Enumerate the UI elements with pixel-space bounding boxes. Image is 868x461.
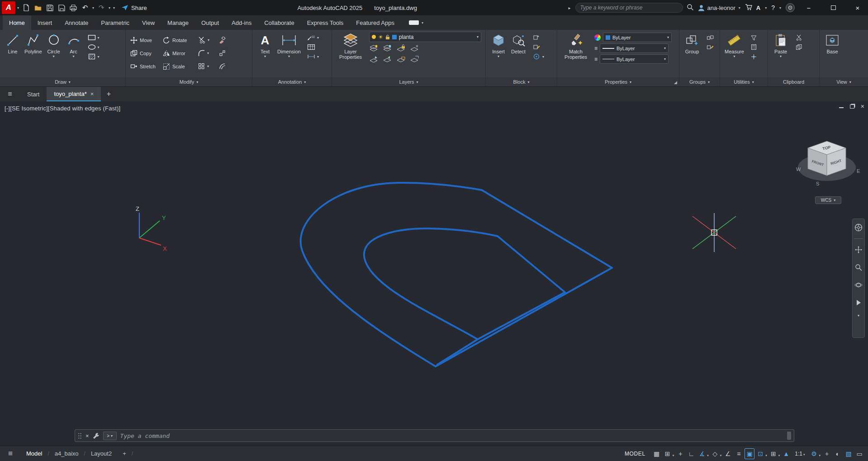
polar-caret-icon[interactable]: ▾: [707, 454, 709, 457]
snap-caret-icon[interactable]: ▾: [673, 454, 674, 457]
status-menu-icon[interactable]: ≡: [0, 449, 21, 458]
workspace-caret-icon[interactable]: ▾: [819, 454, 821, 457]
mirror-button[interactable]: Mirror: [163, 50, 198, 57]
isolate-objects-icon[interactable]: ◐: [833, 448, 843, 459]
cut-button[interactable]: [794, 33, 803, 42]
new-drawing-tab-button[interactable]: +: [101, 87, 116, 101]
compass-east-label[interactable]: E: [857, 168, 860, 174]
move-button[interactable]: Move: [130, 37, 163, 44]
clean-screen-icon[interactable]: ▭: [854, 448, 864, 459]
ungroup-button[interactable]: [706, 33, 715, 42]
quick-calc-button[interactable]: [749, 43, 759, 51]
panel-label-draw[interactable]: Draw ▾: [0, 77, 125, 86]
id-point-button[interactable]: [749, 52, 759, 61]
measure-button[interactable]: Measure ▾: [723, 32, 746, 58]
lineweight-dropdown[interactable]: ByLayer ▾: [600, 43, 669, 53]
copy-button[interactable]: Copy: [130, 50, 163, 57]
drawing-connector-line[interactable]: [437, 339, 478, 365]
dimension-style-button[interactable]: ▾: [307, 52, 319, 61]
osnap-caret-icon[interactable]: ▾: [765, 454, 767, 457]
orbit-icon[interactable]: [854, 278, 863, 292]
pan-icon[interactable]: [854, 243, 863, 257]
zoom-icon[interactable]: [854, 261, 863, 274]
snap-toggle-icon[interactable]: ⊞: [663, 448, 673, 459]
panel-label-clipboard[interactable]: Clipboard: [768, 77, 819, 86]
panel-label-layers[interactable]: Layers ▾: [332, 77, 485, 86]
offset-button[interactable]: [219, 63, 235, 70]
plot-button[interactable]: [68, 2, 79, 14]
create-block-button[interactable]: [532, 33, 544, 42]
paste-button[interactable]: Paste ▾: [771, 32, 791, 58]
undo-button[interactable]: ↶: [80, 2, 90, 14]
block-attributes-button[interactable]: ▾: [532, 52, 544, 61]
layer-freeze-icon[interactable]: [383, 44, 392, 52]
new-layout-button[interactable]: +: [117, 450, 132, 457]
assistant-icon[interactable]: [786, 3, 795, 12]
group-edit-button[interactable]: [706, 43, 715, 51]
array-button[interactable]: ▾: [198, 63, 219, 70]
undo-caret-icon[interactable]: ▾: [91, 6, 95, 10]
open-file-button[interactable]: [33, 2, 43, 14]
panel-label-view[interactable]: View ▾: [820, 77, 868, 86]
layer-walk-icon[interactable]: [410, 55, 419, 63]
annotation-monitor-icon[interactable]: +: [822, 448, 832, 459]
dimension-button[interactable]: Dimension ▾: [275, 32, 303, 58]
ribbon-tab-manage[interactable]: Manage: [161, 15, 195, 30]
object-color-dropdown[interactable]: ByLayer ▾: [603, 33, 672, 42]
isodraft-icon[interactable]: ◇: [710, 448, 720, 459]
command-customize-wrench-icon[interactable]: [93, 432, 100, 439]
navbar-more-caret-icon[interactable]: ▾: [858, 314, 859, 318]
rectangle-button[interactable]: ▾: [87, 33, 100, 42]
object-snap-3d-icon[interactable]: ⊞: [768, 448, 778, 459]
drawing-inner-profile[interactable]: [364, 228, 565, 339]
navigation-wheel-icon[interactable]: [854, 221, 863, 234]
line-button[interactable]: Line: [3, 32, 23, 54]
autodesk-apps-icon[interactable]: A: [756, 5, 760, 11]
command-input[interactable]: Type a command: [120, 432, 170, 439]
layout-tab-a4-baixo[interactable]: a4_baixo: [49, 450, 84, 457]
object-snap-icon[interactable]: ⊡: [755, 448, 765, 459]
isodraft-caret-icon[interactable]: ▾: [720, 454, 722, 457]
fillet-button[interactable]: ▾: [198, 50, 219, 57]
ribbon-tab-addins[interactable]: Add-ins: [225, 15, 258, 30]
hatch-button[interactable]: ▾: [87, 52, 100, 61]
search-input[interactable]: [575, 3, 683, 13]
redo-button[interactable]: ↷: [96, 2, 107, 14]
selection-cycling-icon[interactable]: ▣: [745, 448, 754, 459]
ellipse-button[interactable]: ▾: [87, 43, 100, 51]
viewcube[interactable]: W S E TOP FRONT RIGHT: [792, 126, 867, 194]
base-button[interactable]: Base: [822, 32, 842, 54]
help-button[interactable]: ?: [771, 4, 775, 11]
model-space-canvas[interactable]: Z Y X: [0, 101, 868, 446]
lineweight-toggle-icon[interactable]: ≡: [734, 448, 744, 459]
ribbon-display-toggle[interactable]: ▾: [409, 15, 424, 30]
annotation-visibility-icon[interactable]: ▲: [781, 448, 791, 459]
panel-label-groups[interactable]: Groups ▾: [679, 77, 720, 86]
dimension-caret-icon[interactable]: ▾: [288, 54, 290, 58]
panel-label-block[interactable]: Block ▾: [486, 77, 557, 86]
ribbon-tab-view[interactable]: View: [136, 15, 161, 30]
search-expand-icon[interactable]: ▸: [568, 5, 572, 10]
wcs-menu[interactable]: WCS ▾: [815, 196, 841, 204]
rotate-button[interactable]: Rotate: [163, 37, 198, 44]
window-close-button[interactable]: ×: [847, 0, 868, 15]
cart-icon[interactable]: [745, 4, 753, 12]
drawing-area[interactable]: [-][SE Isometric][Shaded with edges (Fas…: [0, 101, 868, 446]
window-minimize-button[interactable]: −: [798, 0, 819, 15]
drawing-outer-profile[interactable]: [301, 183, 612, 366]
ribbon-tab-output[interactable]: Output: [195, 15, 225, 30]
color-wheel-icon[interactable]: [594, 34, 601, 41]
polar-tracking-icon[interactable]: ∡: [697, 448, 707, 459]
erase-button[interactable]: [219, 37, 235, 43]
search-icon[interactable]: [687, 4, 694, 12]
panel-label-modify[interactable]: Modify ▾: [126, 77, 252, 86]
panel-label-utilities[interactable]: Utilities ▾: [720, 77, 768, 86]
explode-button[interactable]: [219, 50, 235, 57]
insert-caret-icon[interactable]: ▾: [498, 54, 499, 58]
text-caret-icon[interactable]: ▾: [264, 54, 266, 58]
quick-select-button[interactable]: [749, 33, 759, 42]
properties-launcher-icon[interactable]: ◢: [674, 80, 677, 85]
grid-toggle-icon[interactable]: ▦: [652, 448, 662, 459]
object-snap-tracking-icon[interactable]: ∠: [723, 448, 733, 459]
compass-south-label[interactable]: S: [816, 181, 819, 186]
